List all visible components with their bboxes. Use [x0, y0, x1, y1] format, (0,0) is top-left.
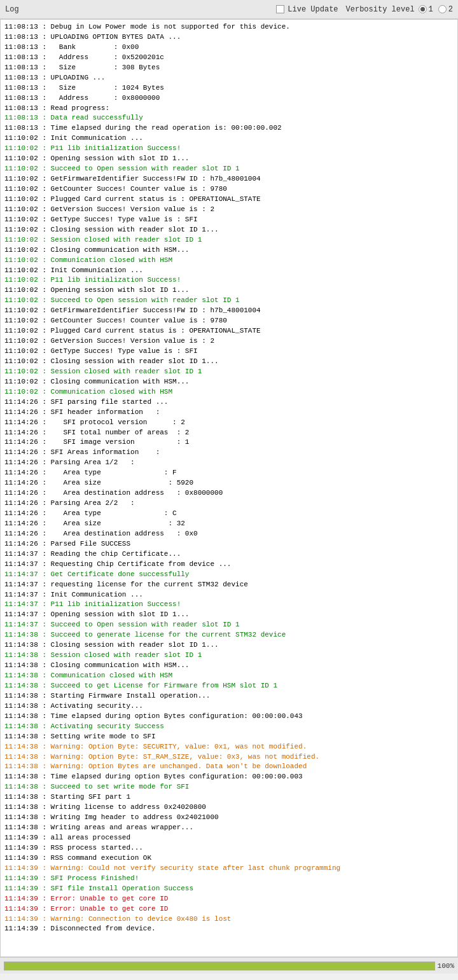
log-line: 11:14:26 : Area type : F: [4, 468, 447, 478]
log-line: 11:14:26 : SFI image version : 1: [4, 438, 447, 448]
log-line: 11:14:26 : Area size : 5920: [4, 478, 447, 488]
log-line: 11:10:02 : GetVersion Succes! Version va…: [4, 205, 447, 215]
log-line: 11:14:26 : SFI total number of areas : 2: [4, 428, 447, 438]
log-line: 11:10:02 : Opening session with slot ID …: [4, 154, 447, 164]
log-line: 11:14:26 : SFI parsing file started ...: [4, 397, 447, 408]
log-line: 11:14:38 : Starting Firmware Install ope…: [4, 691, 447, 701]
log-line: 11:10:02 : GetFirmwareIdentifier Success…: [4, 306, 447, 316]
log-line: 11:14:38 : Warning: Option Byte: SECURIT…: [4, 742, 447, 752]
log-line: 11:10:02 : Closing session with reader s…: [4, 225, 447, 235]
log-line: 11:08:13 : Data read successfully: [4, 113, 447, 123]
log-line: 11:10:02 : Opening session with slot ID …: [4, 286, 447, 296]
log-line: 11:14:38 : Succeed to generate license f…: [4, 630, 447, 640]
log-line: 11:14:38 : Succeed to set write mode for…: [4, 782, 447, 792]
radio-label-1: 1: [429, 5, 433, 14]
titlebar: Log Live Update Verbosity level 1 2: [0, 0, 458, 19]
log-line: 11:14:26 : Area type : C: [4, 509, 447, 519]
progress-label: 100%: [438, 962, 454, 970]
log-line: 11:14:39 : all areas processed: [4, 833, 447, 843]
live-update-container: Live Update: [276, 5, 338, 14]
log-line: 11:08:13 : Read progress:: [4, 104, 447, 114]
log-line: 11:10:02 : Closing session with reader s…: [4, 357, 447, 367]
log-line: 11:14:26 : Parsing Area 2/2 :: [4, 499, 447, 509]
log-line: 11:14:38 : Communication closed with HSM: [4, 671, 447, 681]
log-line: 11:14:38 : Starting SFI part 1: [4, 792, 447, 803]
progress-bar-fill: [4, 962, 434, 970]
log-line: 11:14:39 : SFI file Install Operation Su…: [4, 884, 447, 894]
log-line: 11:10:02 : Communication closed with HSM: [4, 256, 447, 266]
log-line: 11:14:39 : Error: Unable to get core ID: [4, 904, 447, 914]
log-line: 11:14:26 : Parsed File SUCCESS: [4, 539, 447, 549]
log-line: 11:14:38 : Warning: Option Bytes are unc…: [4, 762, 447, 772]
log-line: 11:14:38 : Activating security...: [4, 701, 447, 712]
log-line: 11:08:13 : Debug in Low Power mode is no…: [4, 22, 447, 32]
log-line: 11:14:38 : Time elapsed during option By…: [4, 712, 447, 722]
log-line: 11:08:13 : Address : 0x5200201c: [4, 53, 447, 63]
log-line: 11:14:26 : SFI Areas information :: [4, 448, 447, 458]
log-content: 11:08:13 : Debug in Low Power mode is no…: [1, 20, 457, 937]
log-line: 11:10:02 : Plugged Card current status i…: [4, 326, 447, 336]
log-line: 11:10:02 : Init Communication ...: [4, 266, 447, 276]
log-line: 11:08:13 : Size : 1024 Bytes: [4, 83, 447, 93]
log-line: 11:08:13 : Size : 308 Bytes: [4, 63, 447, 73]
titlebar-title: Log: [5, 5, 19, 14]
log-line: 11:10:02 : GetType Succes! Type value is…: [4, 347, 447, 357]
log-line: 11:10:02 : Closing communication with HS…: [4, 377, 447, 387]
log-line: 11:08:13 : Address : 0x8000000: [4, 93, 447, 104]
log-line: 11:14:39 : RSS command execution OK: [4, 853, 447, 864]
log-line: 11:10:02 : GetCounter Succes! Counter va…: [4, 184, 447, 195]
log-line: 11:08:13 : Bank : 0x00: [4, 43, 447, 53]
log-line: 11:10:02 : P11 lib initialization Succes…: [4, 144, 447, 154]
log-line: 11:10:02 : Init Communication ...: [4, 134, 447, 144]
log-line: 11:14:38 : Writing license to address 0x…: [4, 803, 447, 813]
log-line: 11:14:38 : Closing session with reader s…: [4, 640, 447, 651]
log-line: 11:10:02 : Succeed to Open session with …: [4, 164, 447, 174]
log-line: 11:14:26 : SFI header information :: [4, 408, 447, 418]
log-line: 11:14:37 : Requesting Chip Certificate f…: [4, 560, 447, 570]
log-container[interactable]: 11:08:13 : Debug in Low Power mode is no…: [0, 19, 458, 957]
log-line: 11:14:37 : Opening session with slot ID …: [4, 610, 447, 620]
log-line: 11:08:13 : UPLOADING ...: [4, 73, 447, 83]
radio-button-2[interactable]: [438, 5, 447, 13]
log-line: 11:10:02 : Plugged Card current status i…: [4, 195, 447, 205]
radio-button-1[interactable]: [419, 5, 427, 13]
log-line: 11:14:26 : Parsing Area 1/2 :: [4, 458, 447, 468]
verbosity-label: Verbosity level: [346, 5, 415, 14]
log-line: 11:14:39 : Error: Unable to get core ID: [4, 894, 447, 904]
log-line: 11:08:13 : Time elapsed during the read …: [4, 123, 447, 134]
verbosity-container: Verbosity level 1 2: [346, 5, 453, 14]
log-line: 11:14:38 : Writing Img header to address…: [4, 813, 447, 823]
log-line: 11:10:02 : GetFirmwareIdentifier Success…: [4, 174, 447, 184]
radio-group: 1 2: [419, 5, 453, 14]
log-line: 11:14:38 : Activating security Success: [4, 722, 447, 732]
log-line: 11:14:38 : Time elapsed during option By…: [4, 772, 447, 782]
log-line: 11:08:13 : UPLOADING OPTION BYTES DATA .…: [4, 32, 447, 43]
log-line: 11:10:02 : GetType Succes! Type value is…: [4, 215, 447, 225]
live-update-checkbox[interactable]: [276, 5, 284, 13]
log-line: 11:14:26 : Area destination address : 0x…: [4, 529, 447, 539]
log-line: 11:14:38 : Setting write mode to SFI: [4, 732, 447, 742]
radio-item-2: 2: [438, 5, 453, 14]
log-line: 11:14:39 : RSS process started...: [4, 843, 447, 853]
log-line: 11:14:38 : Session closed with reader sl…: [4, 651, 447, 661]
log-line: 11:14:37 : Succeed to Open session with …: [4, 620, 447, 630]
log-line: 11:10:02 : P11 lib initialization Succes…: [4, 275, 447, 286]
log-line: 11:10:02 : Session closed with reader sl…: [4, 367, 447, 377]
log-line: 11:10:02 : GetVersion Succes! Version va…: [4, 336, 447, 347]
radio-label-2: 2: [448, 5, 453, 14]
statusbar: 100%: [0, 957, 458, 974]
radio-item-1: 1: [419, 5, 433, 14]
log-line: 11:10:02 : Succeed to Open session with …: [4, 296, 447, 306]
log-line: 11:10:02 : GetCounter Succes! Counter va…: [4, 316, 447, 326]
log-line: 11:14:38 : Closing communication with HS…: [4, 661, 447, 671]
log-line: 11:14:26 : SFI protocol version : 2: [4, 418, 447, 428]
log-line: 11:14:39 : Disconnected from device.: [4, 924, 447, 934]
log-line: 11:14:37 : Init Communication ...: [4, 590, 447, 600]
log-line: 11:14:39 : Warning: Could not verify sec…: [4, 864, 447, 874]
log-line: 11:14:37 : P11 lib initialization Succes…: [4, 600, 447, 610]
log-line: 11:14:38 : Succeed to get License for Fi…: [4, 681, 447, 691]
log-line: 11:14:38 : Writing areas and areas wrapp…: [4, 823, 447, 833]
log-line: 11:10:02 : Communication closed with HSM: [4, 387, 447, 397]
live-update-label: Live Update: [288, 5, 338, 14]
log-line: 11:14:38 : Warning: Option Byte: ST_RAM_…: [4, 752, 447, 763]
